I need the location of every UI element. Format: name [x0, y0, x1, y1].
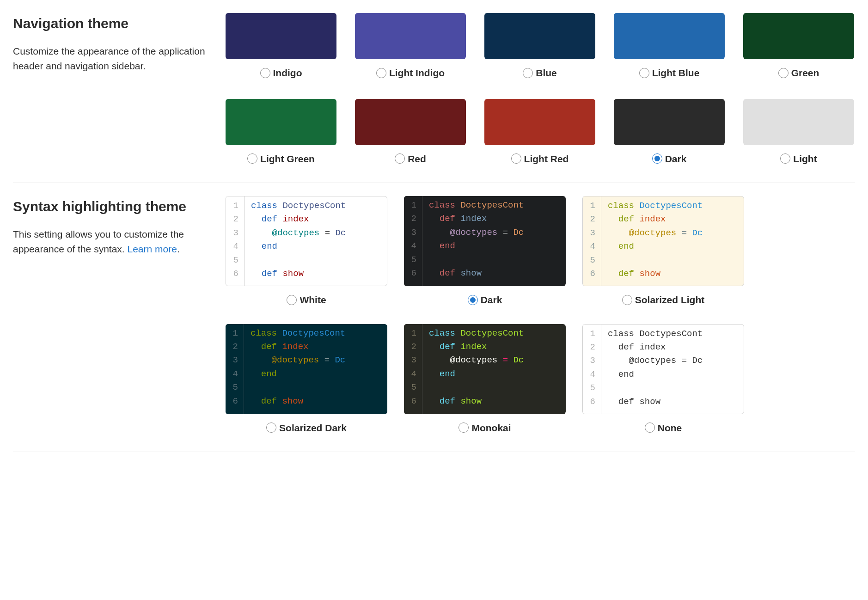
nav-theme-option[interactable]: Red	[355, 99, 466, 166]
nav-theme-option[interactable]: Light Indigo	[355, 13, 466, 80]
nav-theme-option[interactable]: Dark	[614, 99, 725, 166]
code-gutter: 123456	[583, 196, 601, 286]
syntax-theme-label: Dark	[481, 293, 502, 307]
syntax-theme-preview: 123456class DoctypesCont def index @doct…	[226, 196, 387, 286]
syntax-theme-label: Monokai	[471, 421, 511, 435]
syntax-theme-label: Solarized Dark	[279, 421, 347, 435]
nav-theme-color-swatch	[226, 99, 336, 145]
radio-icon[interactable]	[376, 68, 386, 78]
radio-icon[interactable]	[622, 295, 632, 305]
syntax-theme-option[interactable]: 123456class DoctypesCont def index @doct…	[582, 324, 744, 435]
radio-icon[interactable]	[458, 422, 469, 433]
radio-icon[interactable]	[645, 422, 655, 433]
nav-theme-color-swatch	[614, 99, 725, 145]
nav-theme-label: Blue	[536, 66, 557, 80]
syntax-highlighting-options: 123456class DoctypesCont def index @doct…	[226, 196, 855, 435]
code-gutter: 123456	[404, 324, 422, 414]
nav-theme-color-swatch	[614, 13, 725, 59]
code-gutter: 123456	[404, 196, 422, 286]
nav-theme-label: Green	[791, 66, 819, 80]
code-content: class DoctypesCont def index @doctypes =…	[422, 324, 566, 414]
nav-theme-option[interactable]: Indigo	[226, 13, 336, 80]
nav-theme-color-swatch	[743, 13, 854, 59]
nav-theme-option[interactable]: Light Blue	[614, 13, 725, 80]
nav-theme-option[interactable]: Light	[743, 99, 854, 166]
syntax-theme-label: Solarized Light	[635, 293, 705, 307]
radio-icon[interactable]	[395, 153, 405, 164]
syntax-highlighting-description: This setting allows you to customize the…	[13, 227, 207, 256]
radio-icon[interactable]	[780, 153, 790, 164]
nav-theme-label: Light Blue	[652, 66, 700, 80]
radio-icon[interactable]	[260, 68, 270, 78]
nav-theme-option[interactable]: Light Red	[484, 99, 595, 166]
learn-more-link[interactable]: Learn more	[128, 244, 177, 254]
nav-theme-color-swatch	[484, 13, 595, 59]
nav-theme-label: Red	[408, 152, 426, 166]
code-content: class DoctypesCont def index @doctypes =…	[601, 196, 744, 286]
radio-icon[interactable]	[778, 68, 789, 78]
radio-icon[interactable]	[287, 295, 297, 305]
syntax-theme-label: White	[300, 293, 326, 307]
syntax-theme-preview: 123456class DoctypesCont def index @doct…	[582, 324, 744, 414]
syntax-theme-preview: 123456class DoctypesCont def index @doct…	[404, 324, 566, 414]
syntax-theme-option[interactable]: 123456class DoctypesCont def index @doct…	[404, 196, 566, 307]
code-content: class DoctypesCont def index @doctypes =…	[244, 324, 387, 414]
nav-theme-label: Light Red	[524, 152, 569, 166]
navigation-theme-header: Navigation theme Customize the appearanc…	[13, 13, 226, 166]
nav-theme-color-swatch	[355, 13, 466, 59]
nav-theme-option[interactable]: Blue	[484, 13, 595, 80]
syntax-highlighting-section: Syntax highlighting theme This setting a…	[13, 183, 855, 452]
syntax-highlighting-title: Syntax highlighting theme	[13, 196, 207, 217]
radio-icon[interactable]	[639, 68, 649, 78]
syntax-theme-option[interactable]: 123456class DoctypesCont def index @doct…	[404, 324, 566, 435]
nav-theme-color-swatch	[226, 13, 336, 59]
code-gutter: 123456	[226, 196, 245, 286]
nav-theme-label: Dark	[665, 152, 687, 166]
nav-theme-color-swatch	[743, 99, 854, 145]
navigation-theme-section: Navigation theme Customize the appearanc…	[13, 0, 855, 183]
nav-theme-label: Light Green	[260, 152, 315, 166]
radio-icon[interactable]	[468, 295, 478, 305]
code-content: class DoctypesCont def index @doctypes =…	[422, 196, 566, 286]
syntax-theme-label: None	[658, 421, 682, 435]
nav-theme-option[interactable]: Green	[743, 13, 854, 80]
nav-theme-label: Indigo	[273, 66, 302, 80]
radio-icon[interactable]	[652, 153, 662, 164]
radio-icon[interactable]	[523, 68, 533, 78]
syntax-theme-option[interactable]: 123456class DoctypesCont def index @doct…	[582, 196, 744, 307]
radio-icon[interactable]	[511, 153, 521, 164]
syntax-highlighting-header: Syntax highlighting theme This setting a…	[13, 196, 226, 435]
nav-theme-color-swatch	[355, 99, 466, 145]
radio-icon[interactable]	[247, 153, 257, 164]
code-gutter: 123456	[226, 324, 244, 414]
nav-theme-label: Light Indigo	[389, 66, 445, 80]
syntax-theme-option[interactable]: 123456class DoctypesCont def index @doct…	[226, 324, 387, 435]
radio-icon[interactable]	[266, 422, 276, 433]
syntax-theme-preview: 123456class DoctypesCont def index @doct…	[582, 196, 744, 286]
nav-theme-color-swatch	[484, 99, 595, 145]
code-content: class DoctypesCont def index @doctypes =…	[245, 196, 387, 286]
navigation-theme-description: Customize the appearance of the applicat…	[13, 44, 207, 73]
syntax-theme-option[interactable]: 123456class DoctypesCont def index @doct…	[226, 196, 387, 307]
navigation-theme-title: Navigation theme	[13, 13, 207, 34]
syntax-theme-preview: 123456class DoctypesCont def index @doct…	[404, 196, 566, 286]
nav-theme-label: Light	[793, 152, 817, 166]
syntax-theme-preview: 123456class DoctypesCont def index @doct…	[226, 324, 387, 414]
navigation-theme-options: IndigoLight IndigoBlueLight BlueGreenLig…	[226, 13, 855, 166]
code-content: class DoctypesCont def index @doctypes =…	[601, 324, 744, 414]
nav-theme-option[interactable]: Light Green	[226, 99, 336, 166]
code-gutter: 123456	[583, 324, 601, 414]
